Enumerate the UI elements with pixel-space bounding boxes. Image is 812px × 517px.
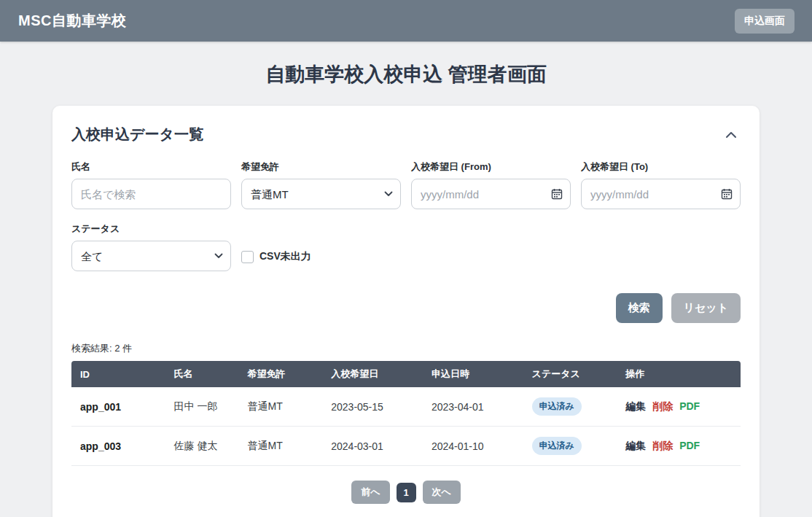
cell-id: app_001 [71,387,165,427]
delete-link[interactable]: 削除 [652,440,673,453]
pdf-link[interactable]: PDF [679,400,700,413]
reset-button[interactable]: リセット [671,293,741,323]
date-from-filter-field: 入校希望日 (From) [411,160,571,209]
applications-table: ID 氏名 希望免許 入校希望日 申込日時 ステータス 操作 app_001 田… [71,361,741,466]
cell-applied-at: 2024-01-10 [423,427,523,466]
status-filter-label: ステータス [71,222,231,236]
date-to-filter-label: 入校希望日 (To) [581,160,741,174]
col-header-actions: 操作 [617,361,741,387]
app-bar: MSC自動車学校 申込画面 [0,0,812,42]
date-to-filter-field: 入校希望日 (To) [581,160,741,209]
date-from-filter-label: 入校希望日 (From) [411,160,571,174]
status-filter-field: ステータス 全て [71,222,231,271]
result-count: 検索結果: 2 件 [71,342,741,355]
table-header-row: ID 氏名 希望免許 入校希望日 申込日時 ステータス 操作 [71,361,741,387]
table-row: app_001 田中 一郎 普通MT 2023-05-15 2023-04-01… [71,387,741,427]
status-badge: 申込済み [532,397,582,416]
next-page-button[interactable]: 次へ [423,481,461,504]
cell-license: 普通MT [238,427,322,466]
edit-link[interactable]: 編集 [625,400,646,413]
license-filter-label: 希望免許 [241,160,401,174]
col-header-name: 氏名 [165,361,239,387]
pdf-link[interactable]: PDF [679,440,700,453]
delete-link[interactable]: 削除 [652,400,673,413]
brand-title: MSC自動車学校 [18,11,126,31]
license-select[interactable]: 普通MT [241,179,401,209]
application-list-panel: 入校申込データ一覧 氏名 希望免許 普通MT [52,106,760,517]
col-header-license: 希望免許 [238,361,322,387]
status-badge: 申込済み [532,437,582,455]
cell-license: 普通MT [238,387,322,427]
license-filter-field: 希望免許 普通MT [241,160,401,209]
chevron-up-icon [725,131,738,141]
table-row: app_003 佐藤 健太 普通MT 2024-03-01 2024-01-10… [71,427,741,466]
page-number-button[interactable]: 1 [397,483,416,502]
search-button[interactable]: 検索 [616,293,663,323]
date-from-input[interactable] [411,179,571,209]
csv-unexported-label: CSV未出力 [259,250,311,263]
cell-name: 佐藤 健太 [165,427,239,466]
application-screen-button[interactable]: 申込画面 [735,9,795,34]
cell-applied-at: 2023-04-01 [423,387,523,427]
col-header-status: ステータス [523,361,617,387]
edit-link[interactable]: 編集 [625,440,646,453]
pagination: 前へ 1 次へ [71,481,741,504]
cell-desired-date: 2023-05-15 [322,387,423,427]
panel-title: 入校申込データ一覧 [71,125,203,144]
cell-desired-date: 2024-03-01 [322,427,423,466]
col-header-id: ID [71,361,165,387]
filter-form: 氏名 希望免許 普通MT 入校希望日 (From) [71,160,741,271]
csv-unexported-checkbox[interactable] [241,251,254,263]
csv-unexported-checkbox-field[interactable]: CSV未出力 [241,250,401,271]
collapse-panel-button[interactable] [722,128,741,142]
cell-name: 田中 一郎 [165,387,239,427]
prev-page-button[interactable]: 前へ [351,481,389,504]
cell-id: app_003 [71,427,165,466]
page-title: 自動車学校入校申込 管理者画面 [0,61,812,88]
name-filter-field: 氏名 [71,160,231,209]
date-to-input[interactable] [581,179,741,209]
name-search-input[interactable] [71,179,231,209]
col-header-applied-at: 申込日時 [423,361,523,387]
status-select[interactable]: 全て [71,241,231,271]
name-filter-label: 氏名 [71,160,231,174]
col-header-desired-date: 入校希望日 [322,361,423,387]
